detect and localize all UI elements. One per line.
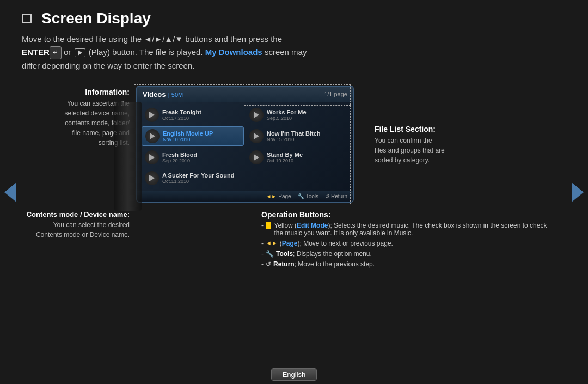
intro-screen-may: screen may <box>265 47 307 57</box>
filelist-annotation-label: File List Section: <box>375 125 474 133</box>
yellow-box-icon <box>266 222 271 229</box>
intro-line3: differ depending on the way to enter the… <box>22 61 194 70</box>
file-icon-5 <box>145 150 159 164</box>
page-symbol-icon: ◄► <box>266 240 278 246</box>
file-item-7[interactable]: A Sucker For Your Sound Oct.11.2010 <box>142 169 244 187</box>
file-info-5: Fresh Blood Sep.20.2010 <box>162 151 241 163</box>
file-info-2: Works For Me Sep.5.2010 <box>267 109 345 121</box>
op-bullet-3: - <box>261 250 264 258</box>
tools-button[interactable]: 🔧 Tools <box>298 193 318 199</box>
play-triangle-icon <box>78 50 82 56</box>
op-text-3: Tools; Displays the option menu. <box>276 250 372 258</box>
play-icon-2 <box>254 112 259 118</box>
file-info-1: Freak Tonight Oct.17.2010 <box>162 109 241 121</box>
file-date-3: Nov.10.2010 <box>163 137 240 142</box>
file-name-2: Works For Me <box>267 109 345 115</box>
return-symbol-icon: ↺ <box>266 260 271 268</box>
screen-bottom-bar: ◄► Page 🔧 Tools ↺ Return <box>137 191 353 202</box>
play-icon-box <box>75 48 85 57</box>
enter-label: ENTER <box>22 47 50 57</box>
op-item-4: - ↺ Return; Move to the previous step. <box>261 260 555 268</box>
file-name-5: Fresh Blood <box>162 151 241 158</box>
intro-play-text: (Play) button. The file is played. <box>89 47 205 57</box>
file-item-3[interactable]: English Movie UP Nov.10.2010 <box>142 126 244 146</box>
page-indicator: 1/1 page <box>324 91 347 97</box>
screen-header: Videos | 50M 1/1 page <box>137 87 353 102</box>
op-bullet-4: - <box>261 260 264 268</box>
my-downloads-link: My Downloads <box>205 47 262 57</box>
file-icon-4 <box>249 129 264 143</box>
footer: English <box>0 368 588 384</box>
file-info-4: Now I'm That Bitch Nov.15.2010 <box>267 130 345 142</box>
file-date-1: Oct.17.2010 <box>162 115 241 121</box>
play-icon-1 <box>149 112 155 118</box>
page-icon: ◄► <box>266 193 277 199</box>
file-date-6: Oct.10.2010 <box>267 158 345 163</box>
contents-label: Contents mode / Device name: <box>22 210 130 218</box>
file-name-4: Now I'm That Bitch <box>267 130 345 137</box>
operation-section: Operation Buttons: - Yellow (Edit Mode);… <box>261 210 555 271</box>
op-text-2: (Page); Move to next or previous page. <box>280 240 393 247</box>
op-bullet-1: - <box>261 222 264 229</box>
page-title: Screen Display <box>41 10 151 27</box>
intro-paragraph: Move to the desired file using the ◄/►/▲… <box>0 33 588 72</box>
file-item-2[interactable]: Works For Me Sep.5.2010 <box>246 106 348 124</box>
play-icon-3 <box>150 133 155 139</box>
file-name-7: A Sucker For Your Sound <box>162 172 241 179</box>
file-item-5[interactable]: Fresh Blood Sep.20.2010 <box>142 148 244 167</box>
contents-annotation: Contents mode / Device name: You can sel… <box>22 210 136 271</box>
intro-or: or <box>64 47 74 57</box>
information-label: Information: <box>22 88 130 96</box>
operation-label: Operation Buttons: <box>261 210 555 219</box>
file-icon-7 <box>145 171 159 185</box>
file-date-7: Oct.11.2010 <box>162 179 241 184</box>
return-icon: ↺ <box>325 193 329 199</box>
play-icon-6 <box>254 154 259 161</box>
return-button[interactable]: ↺ Return <box>325 193 347 199</box>
header: Screen Display <box>0 0 588 33</box>
file-date-2: Sep.5.2010 <box>267 115 345 121</box>
screen-frame: Videos | 50M 1/1 page Freak Tonight Oct.… <box>136 86 354 203</box>
file-icon-2 <box>249 108 264 122</box>
tv-stand-left <box>114 102 142 211</box>
op-item-1: - Yellow (Edit Mode); Selects the desire… <box>261 222 555 237</box>
op-text-1: Yellow (Edit Mode); Selects the desired … <box>274 222 555 237</box>
file-name-6: Stand By Me <box>267 151 345 158</box>
file-info-7: A Sucker For Your Sound Oct.11.2010 <box>162 172 241 184</box>
file-icon-3 <box>145 129 160 143</box>
screen-title: Videos | 50M <box>143 89 183 99</box>
file-info-3: English Movie UP Nov.10.2010 <box>163 130 240 142</box>
page-button[interactable]: ◄► Page <box>266 193 291 199</box>
file-item-4[interactable]: Now I'm That Bitch Nov.15.2010 <box>246 126 348 146</box>
filelist-annotation: File List Section: You can confirm thefi… <box>365 81 474 165</box>
empty-cell <box>246 169 348 187</box>
play-icon-7 <box>149 175 155 181</box>
play-icon-4 <box>254 133 259 139</box>
filelist-annotation-text: You can confirm thefiles and groups that… <box>375 136 474 165</box>
file-item-1[interactable]: Freak Tonight Oct.17.2010 <box>142 106 244 124</box>
op-item-3: - 🔧 Tools; Displays the option menu. <box>261 250 555 258</box>
file-item-6[interactable]: Stand By Me Oct.10.2010 <box>246 148 348 167</box>
file-date-5: Sep.20.2010 <box>162 158 241 163</box>
file-info-6: Stand By Me Oct.10.2010 <box>267 151 345 163</box>
page-label: Page <box>278 193 291 199</box>
enter-key-icon: ↵ <box>50 46 62 59</box>
screen-wrapper: Videos | 50M 1/1 page Freak Tonight Oct.… <box>136 86 365 203</box>
checkbox-icon <box>22 14 32 23</box>
english-button[interactable]: English <box>271 368 317 381</box>
file-name-3: English Movie UP <box>163 130 240 137</box>
op-item-2: - ◄► (Page); Move to next or previous pa… <box>261 240 555 247</box>
contents-text: You can select the desiredContents mode … <box>22 220 130 240</box>
tools-icon: 🔧 <box>298 193 304 199</box>
file-name-1: Freak Tonight <box>162 109 241 115</box>
tools-symbol-icon: 🔧 <box>266 250 274 258</box>
file-icon-1 <box>145 108 159 122</box>
op-bullet-2: - <box>261 240 264 247</box>
play-icon-5 <box>149 154 155 161</box>
intro-line1: Move to the desired file using the ◄/►/▲… <box>22 34 282 44</box>
file-date-4: Nov.15.2010 <box>267 137 345 142</box>
return-label: Return <box>331 193 347 199</box>
tools-label: Tools <box>306 193 318 199</box>
op-text-4: Return; Move to the previous step. <box>273 260 375 268</box>
file-icon-6 <box>249 150 264 164</box>
